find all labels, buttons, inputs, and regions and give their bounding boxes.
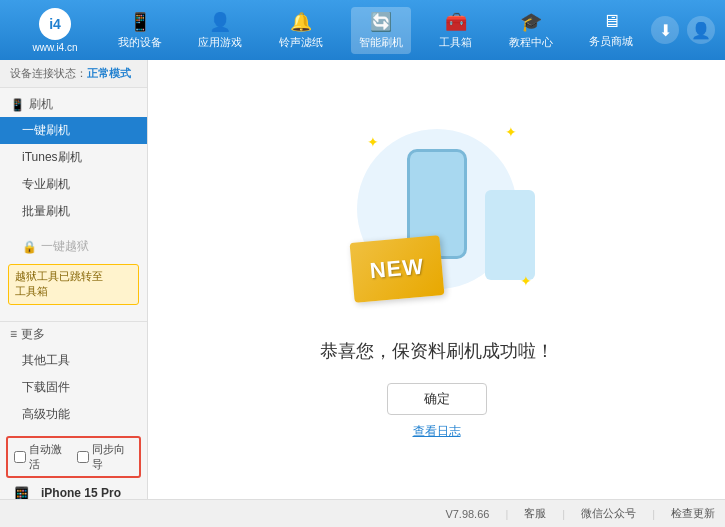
sidebar-item-itunes-flash[interactable]: iTunes刷机 bbox=[0, 144, 147, 171]
version-label: V7.98.66 bbox=[445, 508, 489, 520]
apps-games-icon: 👤 bbox=[209, 11, 231, 33]
service-label: 务员商城 bbox=[589, 34, 633, 49]
star2-icon: ✦ bbox=[505, 124, 517, 140]
log-link[interactable]: 查看日志 bbox=[413, 423, 461, 440]
flash-section-label: 刷机 bbox=[29, 96, 53, 113]
status-label: 设备连接状态： bbox=[10, 67, 87, 79]
my-device-icon: 📱 bbox=[129, 11, 151, 33]
tutorial-label: 教程中心 bbox=[509, 35, 553, 50]
device-phone-icon: 📱 bbox=[8, 486, 35, 499]
more-label: 更多 bbox=[21, 326, 45, 343]
footer-divider3: | bbox=[652, 508, 655, 520]
nav-service[interactable]: 🖥 务员商城 bbox=[581, 7, 641, 53]
nav-ringtones[interactable]: 🔔 铃声滤纸 bbox=[271, 7, 331, 54]
logo-text-i4: i4 bbox=[49, 16, 61, 32]
star1-icon: ✦ bbox=[367, 134, 379, 150]
jailbreak-label: 一键越狱 bbox=[41, 238, 89, 255]
toolbox-icon: 🧰 bbox=[445, 11, 467, 33]
ringtones-icon: 🔔 bbox=[290, 11, 312, 33]
sync-contacts-label: 同步向导 bbox=[92, 442, 134, 472]
device-info: 📱 iPhone 15 Pro Max 512GB iPhone bbox=[0, 482, 147, 499]
toolbox-label: 工具箱 bbox=[439, 35, 472, 50]
new-ribbon-text: NEW bbox=[368, 254, 424, 285]
auto-area: 自动激活 同步向导 bbox=[6, 436, 141, 478]
more-section-header: ≡ 更多 bbox=[0, 321, 147, 347]
smart-flash-icon: 🔄 bbox=[370, 11, 392, 33]
more-icon: ≡ bbox=[10, 327, 17, 341]
apps-games-label: 应用游戏 bbox=[198, 35, 242, 50]
tutorial-icon: 🎓 bbox=[520, 11, 542, 33]
sidebar-item-one-key-flash[interactable]: 一键刷机 bbox=[0, 117, 147, 144]
user-btn[interactable]: 👤 bbox=[687, 16, 715, 44]
header: i4 www.i4.cn 📱 我的设备 👤 应用游戏 🔔 铃声滤纸 🔄 智能刷机… bbox=[0, 0, 725, 60]
logo-area: i4 www.i4.cn bbox=[10, 8, 100, 53]
sync-contacts-item[interactable]: 同步向导 bbox=[77, 442, 134, 472]
sidebar-item-batch-flash[interactable]: 批量刷机 bbox=[0, 198, 147, 225]
flash-section: 📱 刷机 一键刷机 iTunes刷机 专业刷机 批量刷机 bbox=[0, 88, 147, 229]
auto-activate-checkbox[interactable] bbox=[14, 451, 26, 463]
sidebar: 设备连接状态：正常模式 📱 刷机 一键刷机 iTunes刷机 专业刷机 批量刷机… bbox=[0, 60, 148, 499]
jailbreak-warning: 越狱工具已跳转至工具箱 bbox=[8, 264, 139, 305]
sidebar-item-advanced[interactable]: 高级功能 bbox=[0, 401, 147, 428]
phone-screen bbox=[485, 190, 535, 280]
flash-section-icon: 📱 bbox=[10, 98, 25, 112]
smart-flash-label: 智能刷机 bbox=[359, 35, 403, 50]
new-ribbon: NEW bbox=[349, 235, 444, 303]
nav-bar: 📱 我的设备 👤 应用游戏 🔔 铃声滤纸 🔄 智能刷机 🧰 工具箱 🎓 教程中心… bbox=[100, 7, 651, 54]
content-area: ✦ ✦ ✦ NEW 恭喜您，保资料刷机成功啦！ 确定 查看日志 bbox=[148, 60, 725, 499]
footer-divider2: | bbox=[562, 508, 565, 520]
auto-activate-label: 自动激活 bbox=[29, 442, 71, 472]
nav-smart-flash[interactable]: 🔄 智能刷机 bbox=[351, 7, 411, 54]
ringtones-label: 铃声滤纸 bbox=[279, 35, 323, 50]
service-icon: 🖥 bbox=[602, 11, 620, 32]
footer-link-service[interactable]: 客服 bbox=[524, 506, 546, 521]
sidebar-item-other-tools[interactable]: 其他工具 bbox=[0, 347, 147, 374]
status-value: 正常模式 bbox=[87, 67, 131, 79]
jailbreak-section: 🔒 一键越狱 越狱工具已跳转至工具箱 bbox=[0, 229, 147, 313]
footer-divider1: | bbox=[505, 508, 508, 520]
footer: V7.98.66 | 客服 | 微信公众号 | 检查更新 bbox=[0, 499, 725, 527]
sidebar-bottom: 自动激活 同步向导 📱 iPhone 15 Pro Max 512GB iPho… bbox=[0, 432, 147, 499]
confirm-button[interactable]: 确定 bbox=[387, 383, 487, 415]
my-device-label: 我的设备 bbox=[118, 35, 162, 50]
jailbreak-disabled: 🔒 一键越狱 bbox=[0, 233, 147, 260]
footer-link-update[interactable]: 检查更新 bbox=[671, 506, 715, 521]
auto-activate-item[interactable]: 自动激活 bbox=[14, 442, 71, 472]
device-details: iPhone 15 Pro Max 512GB iPhone bbox=[41, 486, 139, 499]
download-btn[interactable]: ⬇ bbox=[651, 16, 679, 44]
star3-icon: ✦ bbox=[520, 273, 532, 289]
nav-my-device[interactable]: 📱 我的设备 bbox=[110, 7, 170, 54]
footer-link-wechat[interactable]: 微信公众号 bbox=[581, 506, 636, 521]
flash-section-header: 📱 刷机 bbox=[0, 92, 147, 117]
main-area: 设备连接状态：正常模式 📱 刷机 一键刷机 iTunes刷机 专业刷机 批量刷机… bbox=[0, 60, 725, 499]
device-name: iPhone 15 Pro Max bbox=[41, 486, 139, 499]
nav-tutorial[interactable]: 🎓 教程中心 bbox=[501, 7, 561, 54]
header-right: ⬇ 👤 bbox=[651, 16, 715, 44]
nav-toolbox[interactable]: 🧰 工具箱 bbox=[431, 7, 480, 54]
sidebar-item-pro-flash[interactable]: 专业刷机 bbox=[0, 171, 147, 198]
success-message: 恭喜您，保资料刷机成功啦！ bbox=[320, 339, 554, 363]
more-section: ≡ 更多 其他工具 下载固件 高级功能 bbox=[0, 313, 147, 432]
nav-apps-games[interactable]: 👤 应用游戏 bbox=[190, 7, 250, 54]
success-illustration: ✦ ✦ ✦ NEW bbox=[337, 119, 537, 319]
sidebar-status: 设备连接状态：正常模式 bbox=[0, 60, 147, 88]
sidebar-item-download-firmware[interactable]: 下载固件 bbox=[0, 374, 147, 401]
logo-url: www.i4.cn bbox=[32, 42, 77, 53]
lock-icon: 🔒 bbox=[22, 240, 37, 254]
logo-icon[interactable]: i4 bbox=[39, 8, 71, 40]
sync-contacts-checkbox[interactable] bbox=[77, 451, 89, 463]
